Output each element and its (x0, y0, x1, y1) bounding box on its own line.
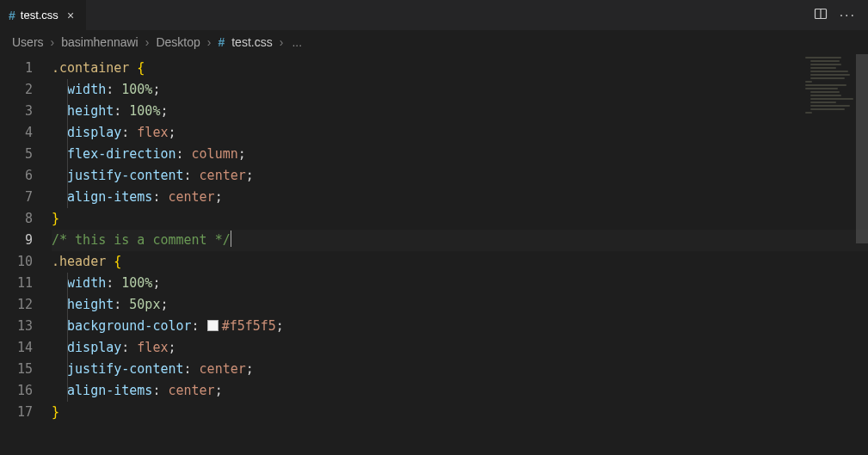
title-actions: ··· (814, 0, 868, 30)
code-line[interactable]: width: 100%; (52, 79, 868, 101)
code-token: flex-direction (67, 146, 175, 162)
code-token: : (121, 340, 137, 355)
line-number: 6 (0, 165, 52, 187)
code-token: 100% (129, 103, 160, 119)
text-cursor (231, 231, 231, 247)
code-token: ; (215, 189, 223, 205)
line-number: 15 (0, 359, 52, 380)
scrollbar-thumb[interactable] (856, 54, 868, 243)
editor: 1234567891011121314151617 .container { w… (0, 54, 868, 455)
code-token: : (192, 318, 207, 334)
code-token: ; (215, 383, 223, 398)
code-token: display (67, 340, 121, 355)
code-token: center (200, 361, 246, 377)
code-token: } (52, 211, 59, 226)
line-number: 5 (0, 144, 52, 165)
code-line[interactable]: justify-content: center; (52, 165, 868, 187)
code-token: } (52, 404, 59, 420)
breadcrumb-symbol[interactable]: ... (292, 35, 302, 49)
breadcrumb-part[interactable]: basimhennawi (61, 35, 139, 49)
code-area[interactable]: .container { width: 100%; height: 100%; … (52, 54, 868, 455)
code-token: : (184, 361, 200, 377)
tab-label: test.css (21, 9, 58, 22)
code-token: : (114, 103, 129, 119)
code-token: ; (160, 297, 168, 312)
code-token: width (67, 275, 106, 291)
code-line[interactable]: height: 50px; (52, 294, 868, 316)
code-line[interactable]: align-items: center; (52, 380, 868, 402)
tab-bar: # test.css × ··· (0, 0, 868, 30)
more-actions-icon[interactable]: ··· (840, 9, 856, 22)
line-number: 11 (0, 273, 52, 294)
code-token: background-color (67, 318, 192, 334)
scrollbar-track[interactable] (856, 54, 868, 455)
code-token: { (114, 254, 121, 269)
close-icon[interactable]: × (64, 7, 77, 24)
code-token: ; (160, 103, 168, 119)
line-number: 17 (0, 402, 52, 423)
code-token: ; (276, 318, 284, 334)
split-editor-icon[interactable] (814, 7, 828, 24)
tab-test-css[interactable]: # test.css × (0, 0, 87, 30)
code-token: 100% (121, 82, 152, 97)
tabs-container: # test.css × (0, 0, 87, 30)
code-token: #f5f5f5 (222, 318, 276, 334)
code-line[interactable]: flex-direction: column; (52, 144, 868, 165)
chevron-right-icon: › (51, 35, 55, 49)
code-token: height (67, 297, 114, 312)
code-line[interactable]: } (52, 208, 868, 230)
code-line[interactable]: .header { (52, 251, 868, 273)
code-token: align-items (67, 383, 152, 398)
code-line[interactable]: width: 100%; (52, 273, 868, 294)
code-line[interactable]: justify-content: center; (52, 359, 868, 380)
code-token: justify-content (67, 168, 183, 183)
code-line[interactable]: display: flex; (52, 122, 868, 144)
code-token: center (168, 189, 214, 205)
code-line[interactable]: .container { (52, 58, 868, 79)
code-line[interactable]: height: 100%; (52, 101, 868, 122)
line-number: 3 (0, 101, 52, 122)
line-number: 2 (0, 79, 52, 101)
code-line[interactable]: } (52, 402, 868, 423)
code-token: : (106, 82, 121, 97)
code-token: /* this is a comment */ (52, 232, 231, 248)
code-line[interactable]: background-color: #f5f5f5; (52, 316, 868, 337)
code-token: flex (137, 340, 168, 355)
code-token: width (67, 82, 106, 97)
chevron-right-icon: › (280, 35, 284, 49)
breadcrumb-filename[interactable]: test.css (231, 35, 272, 49)
code-token: ; (246, 168, 254, 183)
code-line[interactable]: align-items: center; (52, 187, 868, 208)
line-number: 12 (0, 294, 52, 316)
line-number: 10 (0, 251, 52, 273)
line-number: 4 (0, 122, 52, 144)
code-token: display (67, 125, 121, 140)
code-token: 100% (121, 275, 152, 291)
code-token: : (176, 146, 192, 162)
line-number: 13 (0, 316, 52, 337)
code-token: height (67, 103, 114, 119)
code-token: .header (52, 254, 114, 269)
code-token: : (121, 125, 137, 140)
code-token: justify-content (67, 361, 183, 377)
breadcrumb-part[interactable]: Desktop (156, 35, 200, 49)
code-token: ; (152, 82, 160, 97)
line-number: 9 (0, 230, 52, 251)
code-token: ; (168, 340, 175, 355)
code-token: : (114, 297, 129, 312)
chevron-right-icon: › (145, 35, 150, 49)
code-line[interactable]: display: flex; (52, 337, 868, 359)
code-token: align-items (67, 189, 152, 205)
color-swatch[interactable] (207, 320, 219, 331)
code-token: center (168, 383, 214, 398)
code-line[interactable]: /* this is a comment */ (52, 230, 868, 251)
breadcrumb[interactable]: Users › basimhennawi › Desktop › # test.… (0, 30, 868, 54)
code-token: ; (152, 275, 160, 291)
code-token: 50px (129, 297, 160, 312)
code-token: ; (238, 146, 246, 162)
code-token: : (152, 383, 168, 398)
line-number: 8 (0, 208, 52, 230)
code-token: : (106, 275, 121, 291)
code-token: : (184, 168, 200, 183)
breadcrumb-part[interactable]: Users (12, 35, 44, 49)
